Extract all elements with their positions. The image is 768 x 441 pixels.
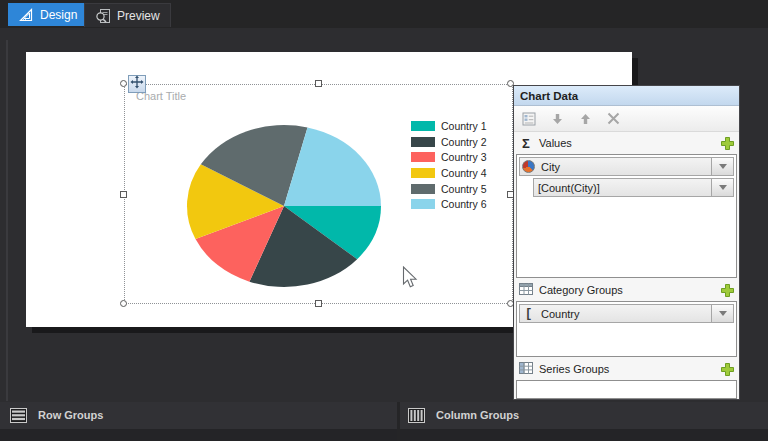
grouping-pane: Row Groups Column Groups [0, 402, 768, 441]
values-section-header: Σ Values [514, 132, 739, 154]
values-section-label: Values [539, 137, 572, 149]
series-groups-header: Series Groups [514, 358, 739, 380]
design-ruler-icon [18, 7, 34, 23]
legend-swatch [411, 121, 435, 131]
grouping-pane-bar [0, 402, 768, 429]
chart-field-icon [520, 160, 537, 173]
values-list: City [Count(City)] [516, 154, 737, 278]
value-field-dropdown[interactable] [711, 158, 733, 175]
chart-control[interactable]: Chart Title Country 1Country 2Country 3C… [124, 84, 513, 304]
tab-design[interactable]: Design [8, 3, 87, 26]
grouping-pane-divider[interactable] [397, 402, 400, 441]
value-field-city[interactable]: City [519, 157, 734, 176]
category-groups-header: Category Groups [514, 279, 739, 301]
chart-data-pane: Chart Data Σ Values [513, 85, 740, 400]
legend-swatch [411, 152, 435, 162]
value-expression-label: [Count(City)] [534, 182, 711, 194]
move-down-icon[interactable] [548, 110, 566, 128]
add-value-button[interactable] [721, 137, 734, 150]
legend-item: Country 4 [411, 165, 487, 181]
legend-label: Country 4 [441, 167, 487, 179]
legend-swatch [411, 184, 435, 194]
selection-handle-sw[interactable] [120, 300, 127, 307]
move-up-icon[interactable] [576, 110, 594, 128]
legend-label: Country 5 [441, 183, 487, 195]
selection-handle-w[interactable] [120, 191, 127, 198]
legend-item: Country 6 [411, 196, 487, 212]
delete-icon[interactable] [604, 110, 622, 128]
chart-legend[interactable]: Country 1Country 2Country 3Country 4Coun… [411, 118, 487, 212]
report-designer-window: Design Preview Chart Title Country 1Coun… [0, 0, 768, 441]
series-groups-list [516, 380, 737, 399]
legend-label: Country 3 [441, 151, 487, 163]
legend-label: Country 6 [441, 198, 487, 210]
value-expression-count-city[interactable]: [Count(City)] [533, 178, 734, 197]
tab-design-label: Design [40, 8, 77, 22]
category-groups-list: [ Country [516, 301, 737, 357]
grouping-pane-body [0, 429, 768, 441]
legend-swatch [411, 168, 435, 178]
selection-handle-s[interactable] [315, 300, 322, 307]
legend-item: Country 3 [411, 149, 487, 165]
row-groups-label[interactable]: Row Groups [38, 402, 103, 429]
value-expression-dropdown[interactable] [711, 179, 733, 196]
add-category-group-button[interactable] [721, 284, 734, 297]
tab-preview[interactable]: Preview [84, 3, 171, 27]
chart-data-toolbar [514, 106, 739, 132]
legend-label: Country 1 [441, 120, 487, 132]
legend-swatch [411, 199, 435, 209]
legend-swatch [411, 137, 435, 147]
left-gutter-line [6, 40, 8, 401]
group-bracket-icon: [ [520, 307, 537, 321]
selection-handle-n[interactable] [315, 80, 322, 87]
column-groups-icon [408, 408, 425, 423]
move-arrows-icon [130, 75, 144, 93]
row-groups-icon [10, 408, 27, 423]
category-group-dropdown[interactable] [711, 305, 733, 322]
legend-item: Country 1 [411, 118, 487, 134]
category-groups-label: Category Groups [539, 284, 623, 296]
legend-label: Country 2 [441, 136, 487, 148]
tab-preview-label: Preview [117, 9, 160, 23]
preview-magnifier-icon [95, 8, 111, 24]
category-group-country[interactable]: [ Country [519, 304, 734, 323]
series-groups-label: Series Groups [539, 363, 609, 375]
value-field-label: City [537, 161, 711, 173]
add-series-group-button[interactable] [721, 363, 734, 376]
category-groups-icon [519, 283, 533, 297]
legend-item: Country 2 [411, 134, 487, 150]
move-handle[interactable] [128, 75, 146, 93]
legend-item: Country 5 [411, 181, 487, 197]
properties-icon[interactable] [520, 110, 538, 128]
chart-data-pane-title: Chart Data [514, 86, 739, 106]
document-tab-strip: Design Preview [0, 0, 768, 28]
column-groups-label[interactable]: Column Groups [436, 402, 519, 429]
sigma-icon: Σ [519, 136, 533, 151]
category-group-label: Country [537, 308, 711, 320]
selection-handle-nw[interactable] [120, 80, 127, 87]
series-groups-icon [519, 362, 533, 376]
